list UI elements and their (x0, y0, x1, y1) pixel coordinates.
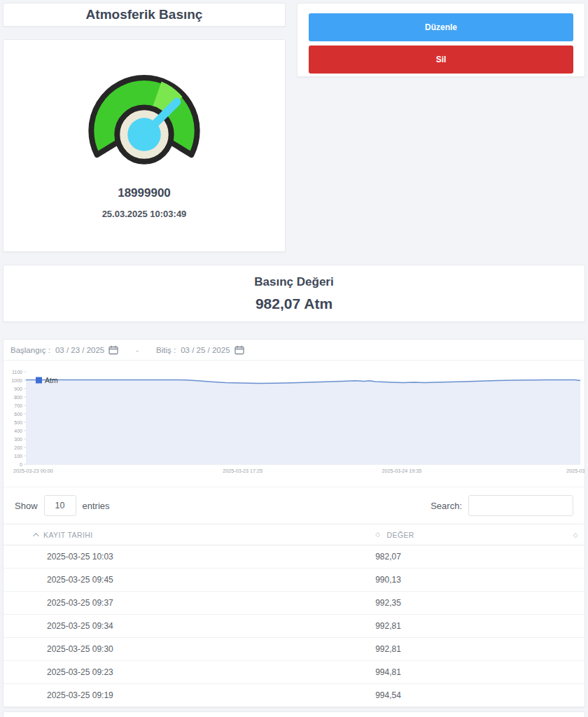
edit-button[interactable]: Düzenle (309, 13, 573, 41)
show-label: Show (15, 501, 38, 511)
y-tick-label: 200 (14, 445, 22, 450)
y-tick-label: 100 (14, 454, 22, 459)
table-body: 2025-03-25 10:03982,072025-03-25 09:4599… (4, 545, 584, 707)
gauge-card: 18999900 25.03.2025 10:03:49 (3, 39, 286, 252)
x-tick-label: 2025-03- (566, 468, 584, 474)
column-label: KAYIT TARIHI (43, 531, 93, 539)
sensor-timestamp: 25.03.2025 10:03:49 (102, 209, 187, 219)
cell-record-date: 2025-03-25 09:23 (4, 667, 375, 677)
y-tick-label: 700 (14, 403, 22, 408)
table-row[interactable]: 2025-03-25 09:37992,35 (4, 592, 584, 615)
cell-record-date: 2025-03-25 09:37 (4, 598, 375, 608)
actions-card: Düzenle Sil (297, 3, 585, 77)
table-row[interactable]: 2025-03-25 09:30992,81 (4, 638, 584, 661)
series-area (26, 380, 580, 464)
cell-value: 990,13 (375, 575, 584, 585)
y-tick-label: 900 (14, 387, 22, 391)
table-row[interactable]: 2025-03-25 10:03982,07 (4, 545, 584, 569)
cell-value: 994,81 (375, 667, 584, 677)
search-label: Search: (430, 501, 462, 511)
x-tick-label: 2025-03-23 17:25 (223, 468, 262, 474)
page-title: Atmosferik Basınç (86, 7, 203, 22)
y-tick-label: 400 (14, 429, 22, 433)
page-size-input[interactable] (44, 495, 76, 516)
y-tick-label: 300 (14, 437, 22, 442)
start-date-value: 03 / 23 / 2025 (55, 346, 104, 354)
cell-value: 992,35 (375, 598, 584, 608)
table-footer-card (3, 711, 585, 717)
cell-record-date: 2025-03-25 09:30 (4, 644, 375, 654)
delete-button[interactable]: Sil (309, 46, 573, 74)
date-filter-row: Başlangıç : 03 / 23 / 2025 - Bitiş : 03 … (4, 340, 584, 361)
y-tick-label: 600 (14, 412, 22, 417)
history-card: Başlangıç : 03 / 23 / 2025 - Bitiş : 03 … (3, 339, 585, 707)
calendar-icon[interactable] (234, 345, 244, 355)
legend-swatch[interactable] (36, 377, 42, 384)
start-date-label: Başlangıç : (10, 346, 50, 354)
title-card: Atmosferik Basınç (3, 3, 286, 27)
table-row[interactable]: 2025-03-25 09:34992,81 (4, 615, 584, 638)
y-tick-label: 1000 (11, 378, 22, 383)
search-input[interactable] (468, 495, 573, 516)
sort-both-icon: ◇ (375, 531, 380, 538)
pressure-card: Basınç Değeri 982,07 Atm (3, 265, 585, 322)
sensor-raw-value: 18999900 (118, 186, 171, 200)
y-tick-label: 800 (14, 395, 22, 400)
cell-value: 982,07 (375, 552, 584, 562)
cell-record-date: 2025-03-25 09:19 (4, 690, 375, 700)
y-tick-label: 1100 (12, 370, 22, 375)
cell-value: 992,81 (375, 621, 584, 631)
date-range-separator: - (136, 346, 139, 354)
table-row[interactable]: 2025-03-25 09:23994,81 (4, 661, 584, 684)
legend-label[interactable]: Atm (45, 376, 58, 384)
cell-record-date: 2025-03-25 09:34 (4, 621, 375, 631)
end-date-value: 03 / 25 / 2025 (181, 346, 230, 354)
table-row[interactable]: 2025-03-25 09:45990,13 (4, 569, 584, 592)
end-date-label: Bitiş : (156, 346, 176, 354)
calendar-icon[interactable] (108, 345, 118, 355)
column-header-deger[interactable]: ◇ DEĞER (375, 531, 584, 539)
cell-value: 994,54 (375, 690, 584, 700)
y-tick-label: 500 (14, 420, 22, 425)
column-header-kayit-tarihi[interactable]: KAYIT TARIHI (4, 531, 375, 539)
cell-value: 992,81 (375, 644, 584, 654)
pressure-title: Basınç Değeri (254, 275, 333, 289)
table-row[interactable]: 2025-03-25 09:19994,54 (4, 684, 584, 707)
sort-both-icon: ◇ (573, 532, 578, 538)
column-label: DEĞER (387, 531, 414, 539)
pressure-area-chart[interactable]: 0100200300400500600700800900100011002025… (4, 361, 584, 487)
x-tick-label: 2025-03-24 19:35 (382, 468, 422, 474)
start-date-field[interactable]: 03 / 23 / 2025 (55, 345, 118, 355)
gauge-icon (83, 73, 206, 175)
sort-asc-icon (33, 533, 38, 538)
table-header-row: KAYIT TARIHI ◇ DEĞER ◇ (4, 524, 584, 545)
cell-record-date: 2025-03-25 09:45 (4, 575, 375, 585)
y-tick-label: 0 (20, 462, 22, 467)
cell-record-date: 2025-03-25 10:03 (4, 552, 375, 562)
table-controls-row: Show entries Search: (4, 487, 584, 524)
x-tick-label: 2025-03-23 00:00 (13, 468, 53, 474)
pressure-value: 982,07 Atm (255, 295, 332, 312)
entries-label: entries (83, 501, 110, 511)
end-date-field[interactable]: 03 / 25 / 2025 (181, 345, 244, 355)
